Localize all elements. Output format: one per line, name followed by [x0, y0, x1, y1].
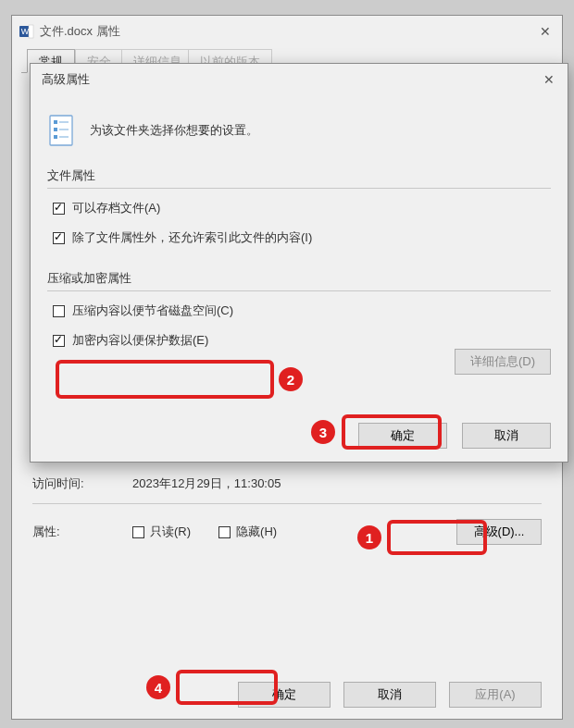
index-checkbox[interactable]: 除了文件属性外，还允许索引此文件的内容(I) — [53, 229, 551, 246]
svg-rect-3 — [50, 116, 72, 145]
svg-rect-8 — [54, 135, 57, 139]
checkbox-icon — [53, 305, 65, 317]
divider — [47, 188, 551, 189]
divider — [47, 290, 551, 291]
attributes-label: 属性: — [32, 524, 132, 540]
details-button[interactable]: 详细信息(D) — [455, 349, 551, 375]
titlebar[interactable]: 高级属性 ✕ — [31, 64, 568, 95]
compress-checkbox[interactable]: 压缩内容以便节省磁盘空间(C) — [53, 302, 551, 319]
dialog-body: 为该文件夹选择你想要的设置。 文件属性 可以存档文件(A) 除了文件属性外，还允… — [47, 114, 551, 449]
dialog-title: 高级属性 — [42, 71, 542, 88]
file-attr-group-label: 文件属性 — [47, 167, 551, 184]
readonly-label: 只读(R) — [150, 524, 191, 540]
ok-button[interactable]: 确定 — [358, 423, 447, 449]
apply-button[interactable]: 应用(A) — [449, 682, 542, 708]
close-icon[interactable]: ✕ — [542, 72, 556, 87]
svg-rect-4 — [54, 120, 57, 124]
access-time-value: 2023年12月29日，11:30:05 — [132, 475, 542, 492]
annotation-step-2: 2 — [279, 367, 303, 391]
annotation-step-4: 4 — [146, 675, 170, 699]
checkbox-icon — [53, 203, 65, 215]
svg-text:W: W — [21, 27, 30, 36]
parent-buttons: 确定 取消 应用(A) — [238, 682, 542, 708]
checkbox-icon — [218, 526, 231, 538]
checkbox-icon — [53, 335, 65, 347]
settings-sheet-icon — [47, 114, 77, 147]
ok-button[interactable]: 确定 — [238, 682, 331, 708]
checkbox-icon — [132, 526, 144, 538]
index-label: 除了文件属性外，还允许索引此文件的内容(I) — [72, 229, 312, 246]
readonly-checkbox[interactable]: 只读(R) — [132, 524, 191, 540]
svg-rect-2 — [29, 25, 33, 38]
cancel-button[interactable]: 取消 — [343, 682, 436, 708]
dialog-description: 为该文件夹选择你想要的设置。 — [90, 122, 258, 139]
archive-label: 可以存档文件(A) — [72, 200, 160, 216]
window-title: 文件.docx 属性 — [40, 23, 538, 40]
cancel-button[interactable]: 取消 — [462, 423, 551, 449]
close-icon[interactable]: ✕ — [538, 24, 553, 39]
access-time-label: 访问时间: — [32, 475, 132, 492]
checkbox-icon — [53, 232, 65, 244]
titlebar[interactable]: W 文件.docx 属性 ✕ — [12, 16, 562, 47]
word-icon: W — [19, 24, 34, 39]
hidden-label: 隐藏(H) — [236, 524, 277, 540]
advanced-button[interactable]: 高级(D)... — [456, 519, 542, 545]
svg-rect-6 — [54, 128, 57, 131]
dialog-buttons: 确定 取消 — [358, 423, 551, 449]
annotation-step-1: 1 — [357, 525, 381, 549]
annotation-step-3: 3 — [311, 420, 335, 444]
encrypt-label: 加密内容以便保护数据(E) — [72, 332, 208, 349]
archive-checkbox[interactable]: 可以存档文件(A) — [53, 200, 551, 216]
encrypt-checkbox[interactable]: 加密内容以便保护数据(E) — [53, 332, 551, 349]
divider — [32, 503, 542, 504]
advanced-attributes-dialog: 高级属性 ✕ 为该文件夹选择你想要的设置。 文件属性 可以存档文件(A) 除了文… — [30, 63, 568, 463]
hidden-checkbox[interactable]: 隐藏(H) — [218, 524, 277, 540]
compress-group-label: 压缩或加密属性 — [47, 270, 551, 287]
compress-label: 压缩内容以便节省磁盘空间(C) — [72, 302, 233, 319]
